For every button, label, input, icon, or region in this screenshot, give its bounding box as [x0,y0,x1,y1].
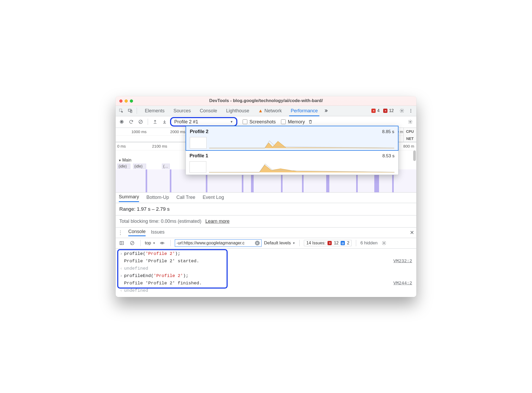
profile-duration: 8.53 s [382,153,395,159]
ruler-tick: 800 m [403,144,414,148]
critical-count: 12 [389,108,394,113]
divider [140,240,141,246]
divider [299,240,300,246]
window-close-icon[interactable] [119,99,122,103]
reload-record-icon[interactable] [127,118,135,126]
issues-chip[interactable]: 14 Issues: ✕ 12 ▤ 2 [304,240,352,246]
svg-point-10 [410,121,411,123]
blank-gutter [118,280,124,287]
console-clear-icon[interactable] [128,239,136,247]
summary-range: Range: 1.97 s – 2.79 s [116,203,416,215]
prompt-icon [118,250,124,258]
tab-sources[interactable]: Sources [173,106,191,116]
svg-point-5 [411,110,411,111]
errors-count: 4 [377,108,380,113]
prompt-icon [118,272,124,280]
upload-icon[interactable] [151,118,159,126]
console-settings-icon[interactable] [380,239,388,247]
chevron-down-icon: ▼ [230,120,233,124]
drawer-menu-icon[interactable]: ⋮ [118,229,123,236]
svg-point-6 [411,112,411,113]
profile-name: Profile 2 [190,129,208,134]
screenshots-checkbox[interactable]: Screenshots [243,119,276,125]
error-icon: ✕ [371,109,376,113]
code-text: profileEnd( [124,273,154,278]
code-text: profile( [124,251,146,256]
ruler-tick: 1000 ms [131,129,147,134]
issues-error-count: 12 [334,241,339,245]
tab-performance[interactable]: Performance [290,106,318,116]
undefined-text: undefined [124,287,414,294]
tab-console[interactable]: Console [199,106,218,116]
code-string: 'Profile 2' [154,273,183,278]
hidden-count[interactable]: 6 hidden [360,240,377,246]
clear-icon[interactable] [137,118,145,126]
ruler-tick: 2100 ms [152,144,167,148]
memory-label: Memory [288,119,305,125]
errors-badge[interactable]: ✕4 [370,108,381,113]
flame-block[interactable]: (idle) [117,164,130,169]
tab-network[interactable]: ▲Network [258,106,282,116]
return-icon [118,287,124,294]
levels-label: Default levels [264,240,291,246]
profile-sparkline [209,138,394,149]
devtools-window: DevTools - blog.google/technology/ai/cod… [116,96,416,297]
console-filter-input[interactable]: -url:https://www.googletagmanager.c ✕ [175,239,262,247]
console-context-select[interactable]: top ▼ [145,240,156,246]
code-text: ); [175,251,180,256]
subtab-calltree[interactable]: Call Tree [176,195,195,202]
console-input-row: profileEnd('Profile 2'); [118,272,414,280]
subtab-eventlog[interactable]: Event Log [203,195,224,202]
clear-filter-icon[interactable]: ✕ [255,241,260,245]
scrollbar-thumb[interactable] [413,150,416,161]
profile-option[interactable]: Profile 1 8.53 s [186,150,398,175]
profile-option[interactable]: Profile 2 8.85 s [186,126,398,151]
critical-badge[interactable]: ✕12 [382,108,395,113]
flame-block[interactable]: (… [162,164,170,169]
tab-elements[interactable]: Elements [144,106,165,116]
chevron-down-icon: ▼ [153,241,156,245]
memory-checkbox[interactable]: Memory [281,119,305,125]
issues-label: 14 Issues: [306,241,325,245]
issues-info-icon: ▤ [341,241,345,245]
drawer-tab-issues[interactable]: Issues [151,229,165,236]
profile-name: Profile 1 [190,153,208,159]
subtab-summary[interactable]: Summary [119,194,139,202]
flame-block[interactable]: (idle) [133,164,146,169]
chevron-down-icon: ▼ [293,241,295,245]
console-log[interactable]: profile('Profile 2'); Profile 'Profile 2… [116,249,416,297]
more-tabs-icon[interactable] [322,107,330,115]
summary-tabs: Summary Bottom-Up Call Tree Event Log [116,193,416,203]
delete-icon[interactable] [306,118,314,126]
tab-network-label: Network [264,108,282,114]
subtab-bottomup[interactable]: Bottom-Up [146,195,169,202]
learn-more-link[interactable]: Learn more [205,219,229,224]
profile-select-label: Profile 2 #1 [174,119,198,125]
tab-lighthouse[interactable]: Lighthouse [226,106,250,116]
download-icon[interactable] [161,118,168,126]
kebab-menu-icon[interactable] [407,107,415,115]
ruler-tick: 0 ms [117,144,126,148]
log-levels-select[interactable]: Default levels ▼ [264,240,295,246]
svg-point-14 [383,243,385,244]
inspect-icon[interactable] [117,107,125,115]
drawer-tab-console[interactable]: Console [128,229,146,236]
code-text: ); [183,273,188,278]
issues-error-icon: ✕ [328,241,332,245]
divider [148,119,148,125]
panel-settings-icon[interactable] [406,118,414,126]
settings-icon[interactable] [398,107,406,115]
drawer-close-icon[interactable]: ✕ [410,229,414,236]
window-minimize-icon[interactable] [125,99,128,103]
window-zoom-icon[interactable] [130,99,133,103]
live-expression-icon[interactable] [158,239,166,247]
source-link[interactable]: VM244:2 [393,280,414,287]
main-thread-header[interactable]: Main [118,158,131,163]
profile-select[interactable]: Profile 2 #1 ▼ [170,117,237,127]
record-icon[interactable] [118,118,126,126]
console-sidebar-icon[interactable] [118,239,126,247]
svg-rect-11 [120,241,124,245]
device-toggle-icon[interactable] [126,107,134,115]
divider [170,240,171,246]
source-link[interactable]: VM232:2 [393,258,414,265]
